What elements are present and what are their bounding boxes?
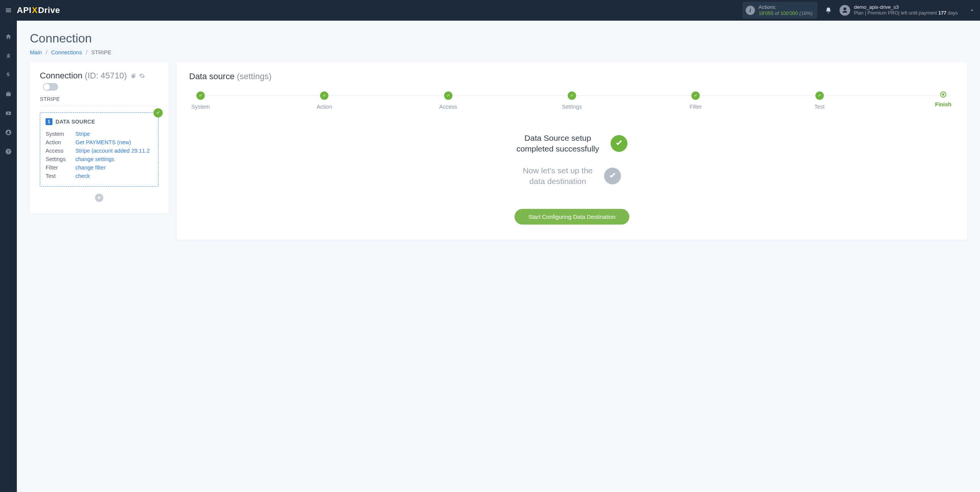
check-icon [322,93,327,98]
check-icon [817,93,822,98]
ds-v-access[interactable]: Stripe (account added 29.11.2 [75,148,150,154]
plan-name: Premium PRO [867,10,898,16]
start-destination-button[interactable]: Start Configuring Data Destination [514,209,629,225]
step-settings[interactable]: Settings [560,91,583,110]
ds-v-system[interactable]: Stripe [75,131,90,137]
completion-area: Data Source setup completed successfully… [189,133,955,225]
top-bar: APIXDrive i Actions: 18'055 of 100'000 (… [0,0,980,21]
rail-billing[interactable] [4,70,13,80]
ds-k-settings: Settings [46,155,75,163]
copy-icon[interactable] [131,73,137,79]
hamburger-icon [5,7,12,14]
ds-number: 1 [46,118,52,125]
check-icon [608,171,617,181]
rail-account[interactable] [4,128,13,137]
service-name: STRIPE [40,96,158,106]
actions-label: Actions: [759,4,813,10]
side-rail: ? [0,21,17,492]
actions-of: of [775,10,779,16]
step-access[interactable]: Access [437,91,460,110]
rail-home[interactable] [4,32,13,41]
avatar-icon [840,5,850,16]
connection-enable-toggle[interactable] [43,83,58,91]
actions-used: 18'055 [759,10,774,16]
actions-pct: (18%) [799,10,813,16]
step-label: Filter [689,104,702,110]
rail-connections[interactable] [4,51,13,60]
connection-card-title: Connection (ID: 45710) [40,71,158,91]
step-finish[interactable]: Finish [932,91,955,108]
notifications-button[interactable] [825,7,832,14]
rail-help[interactable]: ? [4,147,13,156]
step-label: Action [317,104,332,110]
check-icon [614,139,624,148]
ds-k-action: Action [46,138,75,147]
rail-tools[interactable] [4,90,13,99]
step-label: Settings [562,104,582,110]
completion-row-success: Data Source setup completed successfully [516,133,627,155]
ds-title: DATA SOURCE [56,119,95,125]
data-source-box[interactable]: 1 DATA SOURCE SystemStripe ActionGet PAY… [40,112,158,187]
ds-k-system: System [46,130,75,138]
ds-complete-badge [154,108,163,117]
ds-v-test[interactable]: check [75,173,90,179]
right-title-text: Data source [189,72,235,81]
step-label: Finish [935,101,952,108]
plan-days: 177 [938,10,946,16]
logo-text-pre: API [17,5,31,15]
chevron-down-icon [969,8,975,13]
check-icon [570,93,574,98]
crumb-current: STRIPE [91,49,111,55]
check-icon [155,110,161,116]
ds-v-action[interactable]: Get PAYMENTS (new) [75,139,131,145]
step-action[interactable]: Action [313,91,336,110]
right-card-title: Data source (settings) [189,72,955,81]
svg-text:?: ? [7,149,10,154]
step-system[interactable]: System [189,91,212,110]
check-icon [198,93,203,98]
check-icon [693,93,698,98]
crumb-sep: / [86,49,87,55]
plan-prefix: Plan | [854,10,866,16]
actions-counter[interactable]: i Actions: 18'055 of 100'000 (18%) [743,2,817,19]
gear-icon[interactable] [139,73,145,79]
menu-toggle-button[interactable] [0,7,17,14]
step-label: Test [814,104,825,110]
check-icon [446,93,451,98]
ds-k-test: Test [46,172,75,180]
home-icon [5,33,12,40]
data-source-settings-card: Data source (settings) System Action Acc… [177,62,967,240]
next-message: Now let's set up the data destination [523,165,593,187]
user-menu[interactable]: demo_apix-drive_s3 Plan | Premium PRO| l… [840,4,969,16]
pending-check-icon [604,168,621,184]
user-name: demo_apix-drive_s3 [854,4,958,10]
app-logo[interactable]: APIXDrive [17,5,60,15]
user-icon [5,129,12,136]
actions-total: 100'000 [781,10,798,16]
step-filter[interactable]: Filter [684,91,707,110]
crumb-main[interactable]: Main [30,49,42,55]
question-icon: ? [5,148,12,155]
ds-table: SystemStripe ActionGet PAYMENTS (new) Ac… [46,130,153,180]
crumb-connections[interactable]: Connections [51,49,82,55]
briefcase-icon [5,91,12,98]
breadcrumb: Main / Connections / STRIPE [30,49,967,55]
wizard-steps: System Action Access Settings Filter Tes… [189,91,955,110]
dollar-icon [5,72,12,78]
plan-suffix: | left until payment [898,10,937,16]
ds-v-settings[interactable]: change settings [75,156,114,162]
user-menu-caret[interactable] [969,8,975,13]
success-message: Data Source setup completed successfully [516,133,599,155]
add-block-button[interactable]: + [95,194,103,202]
actions-text: Actions: 18'055 of 100'000 (18%) [759,4,813,17]
bell-icon [825,7,832,14]
step-test[interactable]: Test [808,91,831,110]
ds-k-access: Access [46,147,75,155]
ds-header: 1 DATA SOURCE [46,118,153,125]
ds-v-filter[interactable]: change filter [75,165,106,171]
page-title: Connection [30,31,967,46]
youtube-icon [5,110,12,117]
rail-video[interactable] [4,109,13,118]
completion-row-next: Now let's set up the data destination [523,165,621,187]
info-icon: i [746,6,755,15]
